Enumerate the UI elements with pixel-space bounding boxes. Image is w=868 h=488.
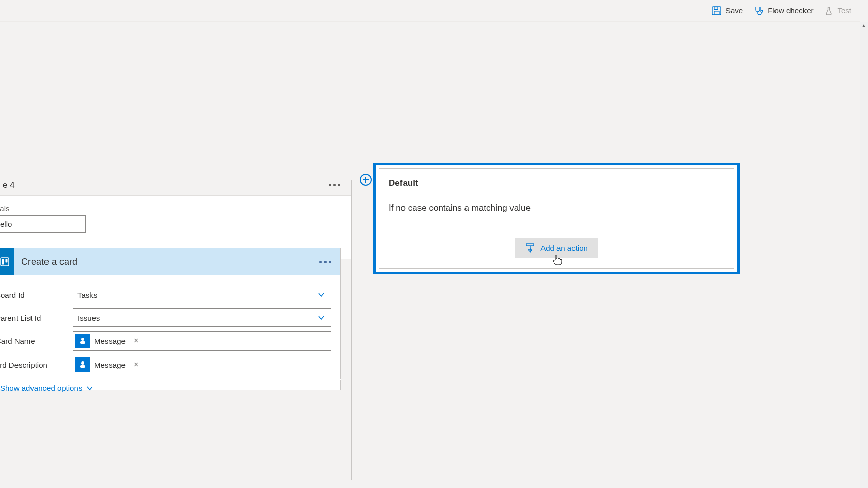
default-case-card: Default If no case contains a matching v… [373, 163, 740, 274]
board-id-label: Board Id [0, 291, 73, 300]
bot-icon [75, 334, 90, 348]
flask-icon [825, 6, 833, 15]
svg-point-10 [81, 361, 84, 365]
test-button[interactable]: Test [825, 6, 851, 15]
case-header[interactable]: e 4 [0, 175, 351, 196]
parent-list-id-select[interactable]: Issues [73, 308, 331, 327]
svg-point-3 [761, 10, 763, 12]
svg-rect-12 [526, 244, 534, 246]
show-advanced-options-button[interactable]: Show advanced options [0, 379, 341, 397]
card-name-label: Card Name [0, 337, 73, 345]
equals-label: uals [0, 204, 10, 213]
stethoscope-icon [754, 6, 764, 15]
save-label: Save [725, 6, 743, 15]
svg-rect-7 [6, 259, 8, 263]
action-header[interactable]: Create a card [0, 248, 340, 275]
card-name-input[interactable]: Message × [73, 331, 331, 351]
create-card-action: Create a card Board Id Tasks Parent List… [0, 248, 341, 390]
flow-checker-button[interactable]: Flow checker [754, 6, 813, 15]
chevron-down-icon [86, 385, 94, 392]
svg-rect-2 [714, 11, 719, 14]
save-icon [712, 6, 721, 15]
svg-rect-11 [80, 365, 85, 368]
equals-input[interactable]: ello [0, 215, 86, 233]
vertical-scrollbar[interactable]: ▲ [860, 22, 868, 488]
dynamic-token-message: Message × [75, 357, 142, 372]
case-title: e 4 [3, 180, 326, 191]
flow-checker-label: Flow checker [768, 6, 813, 15]
add-action-button[interactable]: Add an action [515, 238, 598, 258]
action-body: Board Id Tasks Parent List Id Issues [0, 275, 340, 390]
action-title: Create a card [14, 257, 316, 267]
default-title: Default [389, 178, 724, 188]
card-description-input[interactable]: Message × [73, 355, 331, 374]
flow-canvas[interactable]: e 4 uals ello Create a card [0, 22, 860, 488]
token-remove-button[interactable]: × [131, 360, 142, 369]
save-button[interactable]: Save [712, 6, 743, 15]
connector-line [351, 294, 352, 480]
default-description: If no case contains a matching value [389, 203, 724, 213]
svg-rect-9 [80, 341, 85, 344]
trello-icon [0, 248, 14, 275]
case-menu-button[interactable] [326, 181, 344, 190]
dynamic-token-message: Message × [75, 334, 142, 348]
test-label: Test [837, 6, 851, 15]
scroll-up-arrow[interactable]: ▲ [860, 22, 868, 30]
card-description-label: ard Description [0, 360, 73, 369]
add-case-button[interactable] [360, 174, 372, 186]
case-card: e 4 uals ello [0, 175, 351, 259]
add-action-icon [525, 243, 535, 253]
action-menu-button[interactable] [316, 258, 334, 266]
chevron-down-icon [316, 314, 327, 321]
toolbar: Save Flow checker Test [0, 0, 860, 22]
parent-list-id-label: Parent List Id [0, 313, 73, 322]
svg-point-8 [81, 338, 84, 341]
svg-rect-6 [2, 259, 4, 265]
chevron-down-icon [316, 291, 327, 298]
bot-icon [75, 357, 90, 372]
token-remove-button[interactable]: × [131, 336, 142, 345]
svg-rect-1 [714, 7, 718, 9]
board-id-select[interactable]: Tasks [73, 286, 331, 304]
